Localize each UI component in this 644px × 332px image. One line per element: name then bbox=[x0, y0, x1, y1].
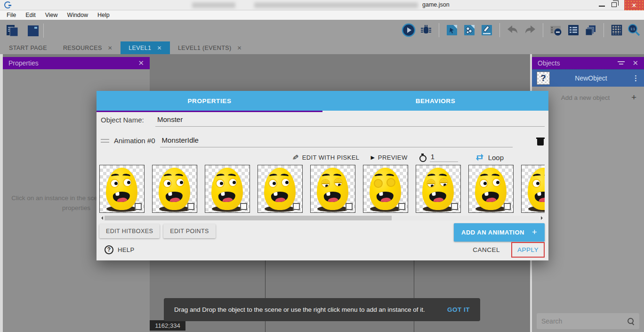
menu-item-label: View bbox=[45, 12, 58, 18]
debug-icon[interactable] bbox=[419, 23, 433, 37]
start-page-icon[interactable] bbox=[25, 23, 40, 38]
help-button[interactable]: HELP bbox=[118, 246, 135, 253]
monster-sprite bbox=[316, 168, 350, 212]
menu-item[interactable]: File bbox=[2, 10, 21, 20]
grid-icon[interactable] bbox=[610, 23, 624, 37]
window-frame-icon bbox=[26, 24, 40, 38]
restore-icon[interactable] bbox=[612, 2, 617, 7]
frame-checkbox[interactable] bbox=[398, 203, 405, 210]
edit-hitboxes-button[interactable]: EDIT HITBOXES bbox=[99, 224, 160, 238]
animation-frame[interactable] bbox=[521, 165, 545, 213]
tab-close-icon[interactable]: ✕ bbox=[237, 45, 242, 51]
undo-arrow-icon bbox=[506, 23, 520, 37]
edit-with-piskel-button[interactable]: EDIT WITH PISKEL bbox=[302, 154, 360, 161]
add-animation-label: ADD AN ANIMATION bbox=[461, 229, 524, 236]
add-new-object-row[interactable]: Add a new object + bbox=[532, 90, 644, 105]
menu-item[interactable]: Window bbox=[63, 10, 93, 20]
frame-checkbox[interactable] bbox=[135, 203, 142, 210]
zoom-reset-icon[interactable]: 1:1 bbox=[627, 23, 641, 37]
scroll-right-icon[interactable] bbox=[541, 216, 545, 220]
tab-properties[interactable]: PROPERTIES bbox=[97, 91, 322, 111]
menu-item[interactable]: Help bbox=[93, 10, 114, 20]
filter-icon[interactable] bbox=[618, 61, 625, 65]
object-editor-dialog: PROPERTIES BEHAVIORS Object Name: Animat… bbox=[97, 91, 548, 260]
animation-drag-handle-icon[interactable] bbox=[101, 139, 109, 143]
frames-scrollbar bbox=[99, 215, 545, 221]
objects-close-icon[interactable]: ✕ bbox=[632, 59, 638, 67]
frame-checkbox[interactable] bbox=[504, 203, 511, 210]
play-icon bbox=[402, 23, 416, 37]
editor-tab[interactable]: RESOURCES ✕ bbox=[55, 41, 121, 54]
apply-button-highlighted[interactable]: APPLY bbox=[511, 242, 545, 258]
monster-sprite bbox=[421, 168, 455, 212]
animation-frame[interactable] bbox=[363, 165, 408, 213]
project-manager-icon[interactable] bbox=[5, 23, 20, 38]
editor-tab[interactable]: START PAGE ✕ bbox=[1, 41, 55, 54]
editor-tab[interactable]: LEVEL1 (EVENTS) ✕ bbox=[170, 41, 250, 54]
monster-sprite bbox=[369, 168, 402, 212]
help-icon[interactable]: ? bbox=[105, 245, 113, 254]
play-preview-icon[interactable] bbox=[402, 23, 416, 37]
object-name-field[interactable] bbox=[155, 115, 545, 127]
scene-cursor-icon bbox=[446, 24, 458, 36]
edit-points-button[interactable]: EDIT POINTS bbox=[163, 224, 216, 238]
menu-item-label: File bbox=[7, 12, 16, 18]
unknown-object-thumbnail-icon: ? bbox=[537, 72, 550, 85]
menu-item[interactable]: Edit bbox=[21, 10, 40, 20]
frame-checkbox[interactable] bbox=[451, 203, 458, 210]
gdevelop-logo-icon bbox=[4, 1, 11, 8]
editor-tab[interactable]: LEVEL1 ✕ bbox=[121, 41, 170, 54]
redo-icon[interactable] bbox=[523, 23, 537, 37]
toggle-mask-icon[interactable] bbox=[549, 23, 563, 37]
layers-icon[interactable] bbox=[584, 23, 598, 37]
search-icon bbox=[627, 317, 635, 325]
object-list-item-selected[interactable]: ? NewObject ⋮ bbox=[532, 69, 644, 87]
tab-behaviors[interactable]: BEHAVIORS bbox=[322, 91, 548, 111]
got-it-button[interactable]: GOT IT bbox=[447, 306, 470, 313]
undo-icon[interactable] bbox=[506, 23, 520, 37]
hint-message: Drag and Drop the object to the scene or… bbox=[174, 306, 441, 313]
edit-events-icon[interactable] bbox=[480, 23, 494, 37]
minimize-icon[interactable] bbox=[599, 6, 605, 7]
bug-icon bbox=[419, 24, 433, 37]
animation-frame[interactable] bbox=[99, 165, 145, 213]
preview-play-icon: ▶ bbox=[370, 154, 374, 161]
animation-frame[interactable] bbox=[152, 165, 197, 213]
scroll-left-icon[interactable] bbox=[99, 216, 103, 220]
properties-close-icon[interactable]: ✕ bbox=[138, 59, 144, 67]
object-search-input[interactable] bbox=[541, 317, 627, 325]
object-name-label: NewObject bbox=[550, 74, 632, 82]
scrollbar-thumb[interactable] bbox=[105, 216, 392, 220]
tab-close-icon[interactable]: ✕ bbox=[157, 45, 161, 51]
pencil-page-icon bbox=[481, 24, 493, 36]
animation-frame[interactable] bbox=[310, 165, 355, 213]
loop-toggle[interactable]: Loop bbox=[488, 154, 504, 162]
frame-checkbox[interactable] bbox=[346, 203, 353, 210]
cancel-button[interactable]: CANCEL bbox=[473, 246, 500, 253]
objects-panel-title: Objects bbox=[538, 59, 560, 67]
time-between-frames-field[interactable] bbox=[430, 153, 458, 162]
animation-frame[interactable] bbox=[258, 165, 303, 213]
tab-label: LEVEL1 (EVENTS) bbox=[178, 45, 232, 51]
preview-button[interactable]: PREVIEW bbox=[378, 154, 408, 161]
menu-item[interactable]: View bbox=[40, 10, 63, 20]
add-animation-button[interactable]: ADD AN ANIMATION + bbox=[454, 223, 545, 242]
frame-checkbox[interactable] bbox=[240, 203, 247, 210]
loop-icon bbox=[475, 153, 484, 162]
tab-close-icon[interactable]: ✕ bbox=[108, 45, 113, 51]
instances-list-icon[interactable] bbox=[566, 23, 580, 37]
delete-animation-icon[interactable] bbox=[536, 136, 545, 146]
animation-frame[interactable] bbox=[416, 165, 461, 213]
animation-frame[interactable] bbox=[205, 165, 250, 213]
close-window-icon[interactable]: ✕ bbox=[624, 0, 644, 10]
frame-checkbox[interactable] bbox=[293, 203, 300, 210]
object-menu-dots-icon[interactable]: ⋮ bbox=[632, 74, 639, 82]
animation-frame[interactable] bbox=[468, 165, 514, 213]
frame-checkbox[interactable] bbox=[187, 203, 194, 210]
animation-name-field[interactable] bbox=[160, 136, 513, 147]
stopwatch-icon bbox=[419, 154, 427, 161]
edit-scene-icon[interactable] bbox=[445, 23, 459, 37]
edit-scene-variables-icon[interactable] bbox=[462, 23, 476, 37]
scrollbar-track[interactable] bbox=[105, 216, 539, 220]
dialog-tab-bar: PROPERTIES BEHAVIORS bbox=[97, 91, 548, 111]
